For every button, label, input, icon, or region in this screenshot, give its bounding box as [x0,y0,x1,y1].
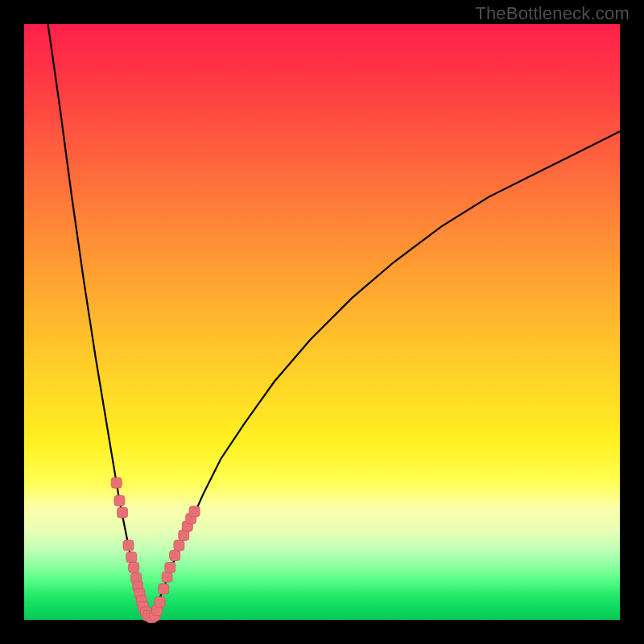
marker-point [170,551,180,561]
watermark-text: TheBottleneck.com [475,3,630,24]
marker-point [118,507,128,518]
marker-point [111,477,122,488]
outer-frame: TheBottleneck.com [0,0,644,644]
marker-point [159,584,169,594]
left-branch-line [48,24,150,620]
marker-group [111,477,200,622]
curve-layer [24,24,620,620]
marker-point [129,562,139,572]
marker-point [165,562,175,572]
marker-point [123,540,134,551]
marker-point [174,540,184,551]
plot-area [24,24,620,620]
marker-point [155,597,165,607]
marker-point [189,506,200,517]
marker-point [126,552,137,563]
marker-point [162,572,172,582]
right-branch-line [149,131,620,620]
marker-point [114,496,125,506]
